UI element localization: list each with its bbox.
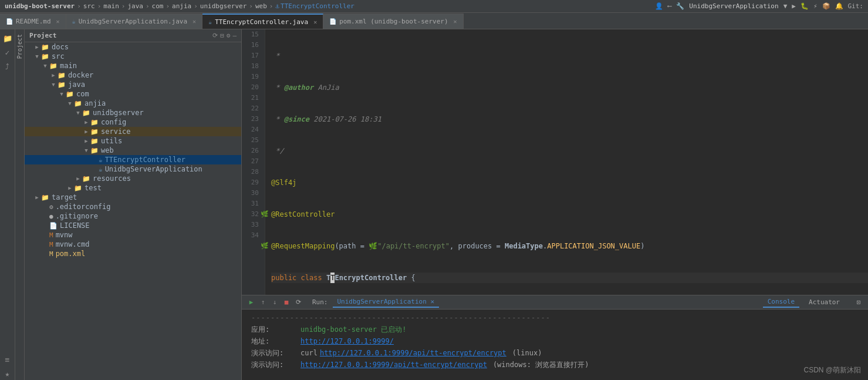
run-app-tab[interactable]: UnidbgServerApplication ✕ bbox=[333, 297, 440, 308]
tree-item-docs[interactable]: ▶ 📁 docs bbox=[25, 42, 241, 52]
tree-item-gitignore[interactable]: ● .gitignore bbox=[25, 211, 241, 221]
tree-item-target[interactable]: ▶ 📁 target bbox=[25, 193, 241, 202]
xml-icon: 📄 bbox=[329, 18, 336, 25]
arrow-unidbg: ▼ bbox=[74, 110, 82, 116]
tree-item-config[interactable]: ▶ 📁 config bbox=[25, 117, 241, 127]
file-tree: Project ⟳ ⊟ ⚙ — ▶ 📁 docs ▼ 📁 src bbox=[25, 29, 242, 380]
run-demo2-row: 演示访问: http://127.0.0.1:9999/api/tt-encry… bbox=[251, 359, 859, 371]
tab-ttencrypt[interactable]: ☕ TTEncryptController.java ✕ bbox=[202, 14, 323, 29]
favorites-icon[interactable]: ★ bbox=[1, 367, 14, 380]
tree-item-pomxml[interactable]: M pom.xml bbox=[25, 249, 241, 258]
project-icon[interactable]: 📁 bbox=[1, 32, 14, 45]
tab-pom[interactable]: 📄 pom.xml (unidbg-boot-server) ✕ bbox=[323, 14, 463, 29]
main-area: 📁 ✓ ⤴ ≡ ★ Project Project ⟳ ⊟ ⚙ — bbox=[0, 29, 868, 380]
project-name: unidbg-boot-server bbox=[5, 2, 75, 10]
run-app-row: 应用: unidbg-boot-server 已启动! bbox=[251, 324, 859, 335]
run-down-btn[interactable]: ↓ bbox=[270, 298, 279, 307]
run-demo2-label: 演示访问: bbox=[251, 359, 298, 371]
tree-item-main[interactable]: ▼ 📁 main bbox=[25, 61, 241, 70]
folder-docker-icon: 📁 bbox=[58, 72, 66, 79]
app-name-label: UnidbgServerApplication bbox=[689, 2, 778, 10]
pull-requests-icon[interactable]: ⤴ bbox=[1, 60, 14, 73]
run-demo2-url[interactable]: http://127.0.0.1:9999/api/tt-encrypt/enc… bbox=[300, 359, 487, 371]
tree-item-unidbgserver[interactable]: ▼ 📁 unidbgserver bbox=[25, 108, 241, 117]
tree-item-ttencrypt[interactable]: ☕ TTEncryptController bbox=[25, 155, 241, 164]
folder-service-icon: 📁 bbox=[90, 128, 99, 136]
code-line-19: @Slf4j bbox=[271, 177, 868, 188]
tree-item-web[interactable]: ▼ 📁 web bbox=[25, 146, 241, 155]
title-bar: unidbg-boot-server › src › main › java ›… bbox=[0, 0, 868, 13]
side-labels: Project bbox=[15, 29, 25, 380]
run-restart-btn[interactable]: ⟳ bbox=[293, 298, 303, 307]
tree-icon-close[interactable]: — bbox=[232, 32, 237, 39]
tab-ttencrypt-close[interactable]: ✕ bbox=[313, 19, 317, 25]
tab-readme[interactable]: 📄 README.md ✕ bbox=[0, 14, 66, 29]
tree-item-unidbgapp[interactable]: ☕ UnidbgServerApplication bbox=[25, 164, 241, 174]
mvncmd-icon: M bbox=[49, 241, 53, 248]
code-editor: 15 16 17 18 19 20 21 22 23 24 25 26 27 2… bbox=[242, 29, 868, 295]
code-line-17: * @since 2021-07-26 18:31 bbox=[271, 114, 868, 125]
tree-icon-sync[interactable]: ⟳ bbox=[212, 32, 218, 39]
folder-main-icon: 📁 bbox=[49, 62, 58, 70]
run-dashes: ----------------------------------------… bbox=[251, 312, 550, 324]
readme-icon: 📄 bbox=[6, 18, 13, 25]
run-close-btn[interactable]: ⊡ bbox=[854, 298, 863, 307]
folder-resources-icon: 📁 bbox=[82, 175, 90, 183]
tree-item-editorconfig[interactable]: ⚙ .editorconfig bbox=[25, 202, 241, 211]
tree-label-docs: docs bbox=[52, 43, 69, 51]
arrow-resources: ▶ bbox=[74, 176, 82, 181]
tree-item-service[interactable]: ▶ 📁 service bbox=[25, 127, 241, 136]
tab-application-close[interactable]: ✕ bbox=[192, 18, 196, 25]
tree-label-java: java bbox=[68, 80, 85, 89]
arrow-src: ▼ bbox=[33, 53, 41, 59]
run-header: ▶ ↑ ↓ ■ ⟳ Run: UnidbgServerApplication ✕… bbox=[242, 295, 868, 310]
tree-label-config: config bbox=[101, 118, 126, 126]
title-bar-actions: 👤 ⟵ 🔧 UnidbgServerApplication ▼ ▶ 🐛 ⚡ 📦 … bbox=[655, 2, 863, 10]
tree-item-java[interactable]: ▼ 📁 java bbox=[25, 80, 241, 89]
tree-item-com[interactable]: ▼ 📁 com bbox=[25, 89, 241, 99]
watermark: CSDN @萌新沐阳 bbox=[803, 365, 861, 375]
annotation-icon-20: 🌿 bbox=[261, 209, 269, 220]
folder-config-icon: 📁 bbox=[90, 119, 99, 126]
structure-icon[interactable]: ≡ bbox=[1, 353, 14, 366]
tree-item-mvnw[interactable]: M mvnw bbox=[25, 230, 241, 240]
arrow-test: ▶ bbox=[66, 185, 74, 191]
tab-readme-close[interactable]: ✕ bbox=[56, 18, 60, 25]
license-icon: 📄 bbox=[49, 222, 58, 230]
tree-item-test[interactable]: ▶ 📁 test bbox=[25, 183, 241, 193]
tree-icon-collapse[interactable]: ⊟ bbox=[220, 32, 224, 39]
tree-label-anjia: anjia bbox=[85, 99, 106, 107]
project-label[interactable]: Project bbox=[15, 29, 24, 63]
tree-item-anjia[interactable]: ▼ 📁 anjia bbox=[25, 99, 241, 108]
tree-item-src[interactable]: ▼ 📁 src bbox=[25, 52, 241, 61]
code-content[interactable]: * * @author AnJia * @since 2021-07-26 18… bbox=[265, 29, 868, 295]
tab-application[interactable]: ☕ UnidbgServerApplication.java ✕ bbox=[66, 14, 203, 29]
tree-item-utils[interactable]: ▶ 📁 utils bbox=[25, 136, 241, 146]
tree-icon-settings[interactable]: ⚙ bbox=[227, 32, 231, 39]
code-line-18: */ bbox=[271, 146, 868, 156]
run-demo1-url[interactable]: http://127.0.0.1:9999/api/tt-encrypt/enc… bbox=[320, 347, 506, 359]
tabs-bar: 📄 README.md ✕ ☕ UnidbgServerApplication.… bbox=[0, 13, 868, 29]
run-demo1-label: 演示访问: bbox=[251, 347, 298, 359]
tab-pom-close[interactable]: ✕ bbox=[454, 18, 457, 25]
commit-icon[interactable]: ✓ bbox=[1, 46, 14, 59]
code-scroll[interactable]: 15 16 17 18 19 20 21 22 23 24 25 26 27 2… bbox=[242, 29, 868, 295]
tree-label-web: web bbox=[101, 146, 114, 154]
tree-label-license: LICENSE bbox=[60, 221, 90, 230]
run-kill-btn[interactable]: ■ bbox=[282, 298, 291, 307]
arrow-utils: ▶ bbox=[82, 138, 90, 144]
tree-item-docker[interactable]: ▶ 📁 docker bbox=[25, 70, 241, 80]
tree-label-com: com bbox=[76, 90, 89, 98]
run-play-btn[interactable]: ▶ bbox=[246, 298, 256, 307]
tree-item-mvnwcmd[interactable]: M mvnw.cmd bbox=[25, 240, 241, 249]
folder-src-icon: 📁 bbox=[41, 53, 49, 60]
arrow-config: ▶ bbox=[82, 119, 90, 125]
run-stop-btn[interactable]: ↑ bbox=[258, 298, 268, 307]
tree-item-license[interactable]: 📄 LICENSE bbox=[25, 221, 241, 230]
run-console-tab[interactable]: Console bbox=[763, 297, 799, 308]
arrow-anjia: ▼ bbox=[66, 100, 74, 106]
run-addr-url[interactable]: http://127.0.0.1:9999/ bbox=[300, 335, 394, 347]
tree-label-ttencrypt: TTEncryptController bbox=[105, 156, 185, 164]
run-actuator-tab[interactable]: Actuator bbox=[804, 297, 845, 307]
tree-item-resources[interactable]: ▶ 📁 resources bbox=[25, 174, 241, 183]
